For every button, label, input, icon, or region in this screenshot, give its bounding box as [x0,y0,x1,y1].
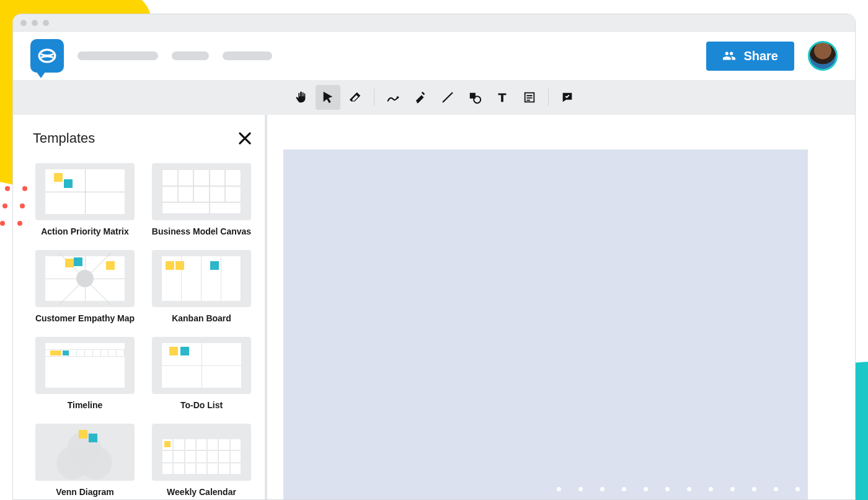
tool-line[interactable] [435,85,460,110]
tool-shape[interactable] [463,85,487,110]
template-label: Timeline [68,400,103,410]
template-venn-diagram[interactable]: Venn Diagram [33,424,137,497]
template-thumbnail [152,163,251,220]
template-thumbnail [35,163,135,220]
toolbar-separator [374,89,374,106]
template-label: Venn Diagram [56,487,113,497]
templates-panel-title: Templates [33,130,95,146]
breadcrumb-placeholder [223,51,272,60]
app-logo-icon[interactable] [30,39,64,73]
template-label: Business Model Canvas [152,226,251,236]
user-avatar[interactable] [808,41,838,71]
toolbar [13,80,855,115]
template-thumbnail [152,250,251,307]
svg-point-3 [474,96,480,103]
template-thumbnail [35,424,135,481]
template-customer-empathy-map[interactable]: Customer Empathy Map [33,250,137,323]
template-thumbnail [152,424,251,481]
template-label: Kanban Board [172,313,231,323]
tool-text[interactable] [490,85,515,110]
template-label: Weekly Calendar [167,487,236,497]
tool-eraser[interactable] [343,85,368,110]
template-todo-list[interactable]: To-Do List [149,337,254,410]
tool-comment[interactable] [555,85,580,110]
people-icon [722,49,736,63]
window-dot [32,20,38,26]
toolbar-separator [548,89,549,106]
app-header: Share [13,32,855,80]
browser-window: Share Templates [12,14,856,500]
text-icon [495,91,509,104]
template-thumbnail [152,337,251,394]
tool-hand[interactable] [288,85,313,110]
tool-note[interactable] [517,85,542,110]
comment-icon [560,91,574,104]
template-weekly-calendar[interactable]: Weekly Calendar [149,424,254,497]
canvas-area[interactable] [267,115,855,499]
template-action-priority-matrix[interactable]: Action Priority Matrix [33,163,137,236]
hand-icon [294,91,308,104]
template-timeline[interactable]: Timeline [33,337,137,410]
template-business-model-canvas[interactable]: Business Model Canvas [149,163,254,236]
share-button[interactable]: Share [706,42,794,71]
shape-icon [468,91,482,104]
template-label: To-Do List [180,400,223,410]
templates-panel: Templates Action Priority Matrix [13,115,267,499]
pen-icon [386,91,400,104]
template-label: Action Priority Matrix [41,226,129,236]
marker-icon [414,91,427,104]
tool-pen[interactable] [381,85,405,110]
main-area: Templates Action Priority Matrix [13,115,855,499]
close-panel-button[interactable] [236,130,254,147]
template-thumbnail [35,250,135,307]
pointer-icon [321,91,335,104]
note-icon [523,91,536,104]
template-kanban-board[interactable]: Kanban Board [149,250,254,323]
close-icon [236,130,254,147]
tool-marker[interactable] [408,85,433,110]
line-icon [441,91,454,104]
window-dot [43,20,49,26]
template-label: Customer Empathy Map [35,313,135,323]
svg-point-1 [397,96,399,99]
template-thumbnail [35,337,135,394]
tool-pointer[interactable] [316,85,340,110]
whiteboard-canvas[interactable] [283,150,808,499]
window-dot [20,20,27,26]
window-titlebar [13,14,855,32]
breadcrumb-placeholder [172,51,209,60]
decor-teal-dots [557,487,843,491]
eraser-icon [348,91,362,104]
share-button-label: Share [743,49,778,63]
breadcrumb-placeholder [78,51,158,60]
